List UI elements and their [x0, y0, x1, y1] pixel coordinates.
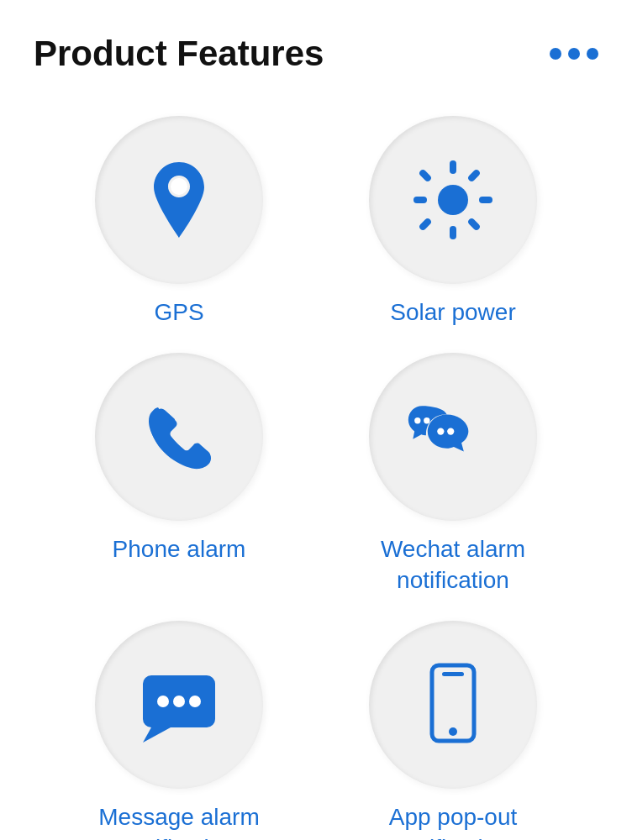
- svg-rect-2: [450, 160, 456, 174]
- dot-3: [587, 48, 598, 60]
- svg-rect-8: [467, 218, 482, 232]
- page-header: Product Features: [0, 0, 632, 91]
- features-grid: GPS: [0, 91, 632, 840]
- dot-1: [550, 48, 561, 60]
- svg-point-16: [173, 696, 185, 707]
- phone-label: Phone alarm: [113, 534, 246, 564]
- svg-point-11: [424, 417, 429, 423]
- svg-rect-6: [467, 169, 482, 183]
- svg-rect-9: [419, 218, 433, 232]
- svg-point-12: [437, 428, 444, 435]
- feature-app[interactable]: App pop-out notification: [324, 621, 582, 840]
- feature-solar[interactable]: Solar power: [324, 116, 582, 328]
- svg-point-20: [449, 727, 457, 736]
- app-label: App pop-out notification: [389, 802, 518, 840]
- more-menu-button[interactable]: [550, 48, 598, 60]
- feature-message[interactable]: Message alarm notification: [50, 621, 308, 840]
- gps-label: GPS: [154, 297, 203, 328]
- svg-rect-3: [450, 226, 456, 239]
- svg-point-1: [438, 185, 468, 215]
- svg-rect-19: [442, 672, 464, 676]
- svg-rect-4: [413, 197, 427, 203]
- message-icon-circle: [95, 621, 263, 789]
- svg-point-15: [157, 696, 169, 707]
- svg-rect-5: [479, 197, 492, 203]
- svg-point-13: [447, 428, 454, 435]
- app-icon-circle: [369, 621, 537, 789]
- phone-icon-circle: [95, 353, 263, 521]
- svg-rect-7: [419, 169, 433, 183]
- page-title: Product Features: [34, 34, 324, 74]
- message-label: Message alarm notification: [98, 802, 259, 840]
- feature-phone[interactable]: Phone alarm: [50, 353, 308, 596]
- gps-icon-circle: [95, 116, 263, 284]
- solar-label: Solar power: [390, 297, 515, 328]
- solar-icon-circle: [369, 116, 537, 284]
- svg-point-0: [171, 178, 187, 195]
- svg-point-17: [189, 696, 201, 707]
- wechat-icon-circle: [369, 353, 537, 521]
- wechat-label: Wechat alarm notification: [381, 534, 525, 596]
- dot-2: [568, 48, 580, 60]
- feature-gps[interactable]: GPS: [50, 116, 308, 328]
- svg-point-10: [414, 417, 420, 423]
- feature-wechat[interactable]: Wechat alarm notification: [324, 353, 582, 596]
